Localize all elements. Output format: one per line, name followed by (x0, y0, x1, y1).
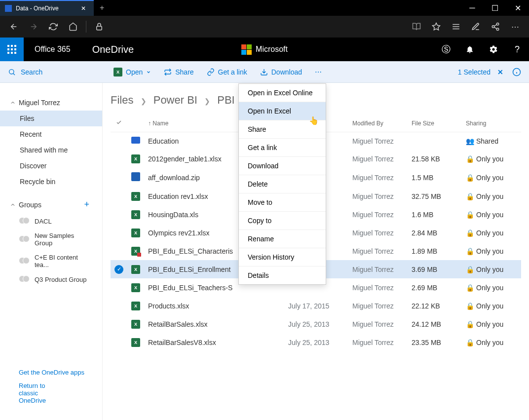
breadcrumb-item[interactable]: Power BI (153, 94, 197, 106)
lock-icon: 🔒 (466, 211, 474, 219)
sidebar-group-item[interactable]: Q3 Product Group (0, 272, 102, 287)
table-row[interactable]: XRetailBarSalesV8.xlsxJuly 25, 2013Migue… (111, 333, 521, 351)
window-minimize-icon[interactable]: ─ (461, 0, 484, 16)
app-launcher-button[interactable] (0, 38, 24, 61)
get-apps-link[interactable]: Get the OneDrive apps (0, 366, 102, 379)
refresh-button[interactable] (43, 17, 63, 37)
context-menu-item[interactable]: Download (239, 157, 326, 175)
excel-icon: X (131, 283, 140, 292)
lock-icon: 🔒 (466, 174, 474, 182)
lock-icon: 🔒 (466, 192, 474, 200)
cmd-share-label: Share (175, 68, 193, 76)
sidebar-group-item[interactable]: DACL (0, 214, 102, 229)
sidebar-group-item[interactable]: C+E BI content tea... (0, 250, 102, 272)
cmd-open[interactable]: X Open (113, 68, 151, 76)
breadcrumb-item[interactable]: Files (111, 94, 133, 106)
classic-link[interactable]: Return to classic OneDrive (0, 379, 69, 407)
file-modifiedby: Miguel Torrez (348, 242, 408, 260)
sidebar: Miguel Torrez FilesRecentShared with meD… (0, 83, 103, 420)
file-modifiedby: Miguel Torrez (348, 224, 408, 242)
new-tab-button[interactable]: + (94, 3, 110, 12)
skype-icon[interactable]: Ⓢ (434, 38, 458, 61)
file-sharing: 🔒Only you (462, 297, 521, 315)
window-maximize-icon[interactable]: ☐ (484, 0, 506, 16)
file-modified: July 25, 2013 (284, 315, 348, 333)
cmd-share[interactable]: Share (164, 68, 193, 76)
context-menu-item[interactable]: Get a link (239, 139, 326, 157)
file-modifiedby: Miguel Torrez (348, 168, 408, 187)
sidebar-item[interactable]: Shared with me (0, 142, 102, 158)
col-modifiedby[interactable]: Modified By (348, 115, 408, 132)
sidebar-item[interactable]: Recent (0, 126, 102, 142)
file-modifiedby: Miguel Torrez (348, 297, 408, 315)
add-group-icon[interactable]: + (84, 199, 92, 210)
favorite-icon[interactable] (426, 17, 446, 37)
sidebar-groups-header[interactable]: Groups + (0, 195, 102, 214)
context-menu-item[interactable]: Share (239, 120, 326, 139)
sidebar-item[interactable]: Recycle bin (0, 174, 102, 190)
sidebar-group-item[interactable]: New Samples Group (0, 229, 102, 250)
group-name: Q3 Product Group (35, 276, 87, 283)
lock-icon[interactable] (89, 17, 109, 37)
share-icon[interactable] (486, 17, 505, 37)
svg-point-4 (9, 69, 14, 74)
context-menu-item[interactable]: Open in Excel Online (239, 84, 326, 102)
col-sharing[interactable]: Sharing (462, 115, 521, 132)
notifications-icon[interactable] (458, 38, 482, 61)
download-icon (260, 68, 268, 76)
office365-label[interactable]: Office 365 (24, 45, 81, 54)
context-menu: Open in Excel OnlineOpen In ExcelShareGe… (238, 83, 326, 285)
svg-point-1 (496, 23, 499, 26)
more-icon[interactable]: ⋯ (505, 17, 525, 37)
sidebar-user[interactable]: Miguel Torrez (0, 95, 102, 111)
context-menu-item[interactable]: Rename (239, 230, 326, 248)
window-close-icon[interactable]: ✕ (506, 0, 529, 16)
settings-icon[interactable] (482, 38, 505, 61)
app-name: OneDrive (81, 44, 145, 55)
file-sharing: 🔒Only you (462, 333, 521, 351)
excel-icon: X (131, 192, 140, 201)
help-icon[interactable]: ? (505, 38, 529, 61)
context-menu-item[interactable]: Open In Excel (239, 102, 326, 120)
context-menu-item[interactable]: Copy to (239, 212, 326, 230)
context-menu-item[interactable]: Version History (239, 248, 326, 267)
cmd-download[interactable]: Download (260, 68, 302, 76)
folder-icon (131, 137, 140, 144)
o365-header: Office 365 OneDrive Microsoft Ⓢ ? (0, 38, 529, 61)
cmd-more[interactable]: ⋯ (315, 68, 322, 76)
group-name: DACL (35, 218, 52, 225)
chevron-up-icon (10, 100, 16, 106)
browser-tab[interactable]: Data - OneDrive ✕ (0, 0, 94, 16)
context-menu-item[interactable]: Details (239, 267, 326, 284)
table-row[interactable]: XProducts.xlsxJuly 17, 2015Miguel Torrez… (111, 297, 521, 315)
tab-close-icon[interactable]: ✕ (78, 5, 89, 12)
lock-icon: 🔒 (466, 302, 474, 310)
cmd-getlink[interactable]: Get a link (207, 68, 247, 76)
file-size: 1.89 MB (408, 242, 462, 260)
table-row[interactable]: XRetailBarSales.xlsxJuly 25, 2013Miguel … (111, 315, 521, 333)
lock-icon: 🔒 (466, 155, 474, 163)
forward-button[interactable] (24, 17, 43, 37)
webnote-icon[interactable] (466, 17, 486, 37)
sidebar-item[interactable]: Discover (0, 158, 102, 174)
reading-view-icon[interactable] (407, 17, 426, 37)
clear-selection-icon[interactable]: ✕ (497, 68, 505, 76)
lock-icon: 🔒 (466, 284, 474, 292)
checkmark-icon[interactable]: ✓ (114, 265, 123, 274)
col-check[interactable] (111, 115, 127, 132)
search-input[interactable]: Search (0, 68, 103, 76)
file-size: 1.5 MB (408, 168, 462, 187)
lock-icon: 🔒 (466, 229, 474, 237)
file-size: 1.6 MB (408, 205, 462, 224)
info-icon[interactable] (512, 68, 521, 76)
file-size: 23.35 MB (408, 333, 462, 351)
back-button[interactable] (4, 17, 24, 37)
tab-title: Data - OneDrive (16, 5, 59, 12)
col-size[interactable]: File Size (408, 115, 462, 132)
context-menu-item[interactable]: Delete (239, 175, 326, 193)
file-modifiedby: Miguel Torrez (348, 205, 408, 224)
context-menu-item[interactable]: Move to (239, 193, 326, 212)
sidebar-item[interactable]: Files (0, 111, 102, 126)
hub-icon[interactable] (446, 17, 466, 37)
home-button[interactable] (63, 17, 83, 37)
